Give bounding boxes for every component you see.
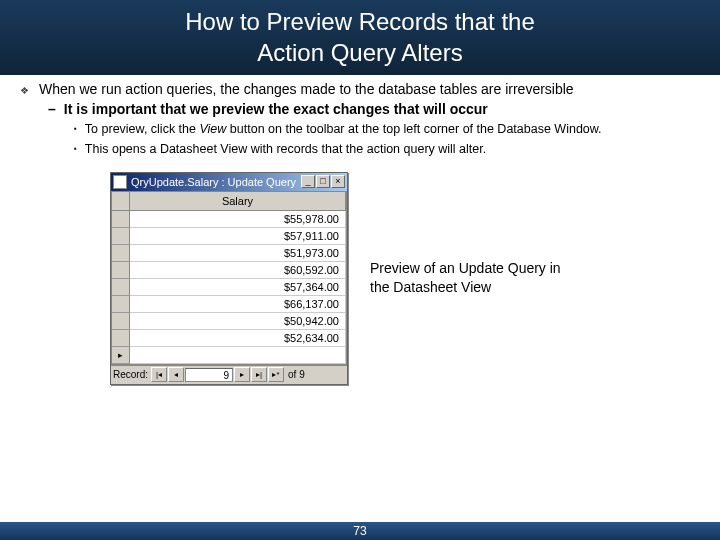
select-all-cell[interactable] [112,192,130,210]
table-row: $57,364.00 [112,279,346,296]
row-selector[interactable] [112,211,130,228]
datasheet-wrapper: QryUpdate.Salary : Update Query _ □ × Sa… [110,172,700,385]
datasheet-window: QryUpdate.Salary : Update Query _ □ × Sa… [110,172,348,385]
bullet-level-2: – It is important that we preview the ex… [48,101,700,117]
slide-title: How to Preview Records that the Action Q… [0,0,720,75]
grid-cell-salary[interactable]: $55,978.00 [130,211,346,227]
page-number: 73 [353,524,366,538]
bullet-l2-text: It is important that we preview the exac… [64,101,488,117]
table-row: $60,592.00 [112,262,346,279]
diamond-bullet-icon: ❖ [20,85,29,96]
nav-prev-button[interactable]: ◂ [168,367,184,382]
nav-next-button[interactable]: ▸ [234,367,250,382]
close-button[interactable]: × [331,175,345,188]
table-row: $50,942.00 [112,313,346,330]
table-row: $66,137.00 [112,296,346,313]
bullet-level-3: ▪ This opens a Datasheet View with recor… [74,141,700,157]
record-navigator: Record: |◂ ◂ 9 ▸ ▸| ▸* of 9 [111,365,347,384]
square-bullet-icon: ▪ [74,144,77,154]
slide-footer: 73 [0,522,720,540]
grid-cell-salary[interactable]: $66,137.00 [130,296,346,312]
grid-cell-salary[interactable]: $60,592.00 [130,262,346,278]
bullet-level-1: ❖ When we run action queries, the change… [20,81,700,97]
row-selector[interactable] [112,228,130,245]
row-selector[interactable] [112,279,130,296]
window-titlebar: QryUpdate.Salary : Update Query _ □ × [111,173,347,191]
column-header-salary[interactable]: Salary [130,192,346,210]
dash-bullet-icon: – [48,101,56,117]
grid-cell-salary[interactable]: $57,911.00 [130,228,346,244]
title-line-2: Action Query Alters [0,37,720,68]
new-record-row[interactable] [112,347,346,364]
table-row: $52,634.00 [112,330,346,347]
window-title-text: QryUpdate.Salary : Update Query [131,176,301,188]
table-row: $57,911.00 [112,228,346,245]
bullet-l3b-text: This opens a Datasheet View with records… [85,141,486,157]
row-selector[interactable] [112,296,130,313]
datasheet-grid: Salary $55,978.00$57,911.00$51,973.00$60… [111,191,347,365]
nav-first-button[interactable]: |◂ [151,367,167,382]
app-icon [113,175,127,189]
row-selector[interactable] [112,313,130,330]
nav-last-button[interactable]: ▸| [251,367,267,382]
bullet-level-3: ▪ To preview, click the View button on t… [74,121,700,137]
window-controls: _ □ × [301,175,345,188]
bullet-l1-text: When we run action queries, the changes … [39,81,574,97]
row-selector[interactable] [112,330,130,347]
table-row: $55,978.00 [112,211,346,228]
row-selector[interactable] [112,347,130,364]
figure-caption: Preview of an Update Query in the Datash… [370,259,580,297]
content-area: ❖ When we run action queries, the change… [0,75,720,385]
minimize-button[interactable]: _ [301,175,315,188]
title-line-1: How to Preview Records that the [0,6,720,37]
maximize-button[interactable]: □ [316,175,330,188]
bullet-l3a-text: To preview, click the View button on the… [85,121,602,137]
row-selector[interactable] [112,262,130,279]
square-bullet-icon: ▪ [74,124,77,134]
table-row: $51,973.00 [112,245,346,262]
row-selector[interactable] [112,245,130,262]
nav-new-button[interactable]: ▸* [268,367,284,382]
nav-position-input[interactable]: 9 [185,368,233,382]
grid-cell-salary[interactable]: $50,942.00 [130,313,346,329]
grid-cell-salary[interactable]: $51,973.00 [130,245,346,261]
grid-cell-salary[interactable]: $57,364.00 [130,279,346,295]
nav-label: Record: [113,369,148,380]
grid-header-row: Salary [112,192,346,211]
nav-total-label: of 9 [288,369,305,380]
grid-cell-empty[interactable] [130,347,346,363]
grid-cell-salary[interactable]: $52,634.00 [130,330,346,346]
